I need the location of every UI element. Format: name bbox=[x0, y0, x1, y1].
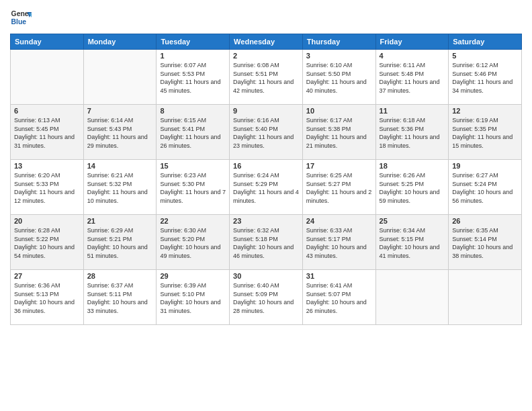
day-number: 14 bbox=[87, 162, 153, 170]
calendar-cell bbox=[375, 270, 449, 325]
day-info: Sunrise: 6:21 AMSunset: 5:32 PMDaylight:… bbox=[87, 171, 153, 205]
calendar-cell bbox=[83, 50, 157, 105]
calendar-cell: 5Sunrise: 6:12 AMSunset: 5:46 PMDaylight… bbox=[449, 50, 522, 105]
day-info: Sunrise: 6:15 AMSunset: 5:41 PMDaylight:… bbox=[160, 116, 226, 150]
calendar-header: SundayMondayTuesdayWednesdayThursdayFrid… bbox=[11, 34, 522, 50]
day-number: 29 bbox=[160, 272, 226, 280]
calendar-cell: 9Sunrise: 6:16 AMSunset: 5:40 PMDaylight… bbox=[230, 105, 303, 160]
day-info: Sunrise: 6:26 AMSunset: 5:25 PMDaylight:… bbox=[380, 171, 445, 205]
calendar-week-4: 20Sunrise: 6:28 AMSunset: 5:22 PMDayligh… bbox=[11, 215, 522, 270]
calendar-cell: 28Sunrise: 6:37 AMSunset: 5:11 PMDayligh… bbox=[83, 270, 157, 325]
day-info: Sunrise: 6:19 AMSunset: 5:35 PMDaylight:… bbox=[452, 116, 518, 150]
day-info: Sunrise: 6:10 AMSunset: 5:50 PMDaylight:… bbox=[306, 61, 372, 95]
calendar-cell: 6Sunrise: 6:13 AMSunset: 5:45 PMDaylight… bbox=[11, 105, 84, 160]
day-number: 9 bbox=[233, 107, 299, 115]
day-number: 2 bbox=[233, 52, 299, 60]
day-info: Sunrise: 6:16 AMSunset: 5:40 PMDaylight:… bbox=[233, 116, 299, 150]
calendar-body: 1Sunrise: 6:07 AMSunset: 5:53 PMDaylight… bbox=[11, 50, 522, 325]
weekday-header-tuesday: Tuesday bbox=[157, 34, 230, 50]
calendar-cell: 13Sunrise: 6:20 AMSunset: 5:33 PMDayligh… bbox=[11, 160, 84, 215]
day-info: Sunrise: 6:25 AMSunset: 5:27 PMDaylight:… bbox=[306, 171, 372, 205]
calendar-cell: 16Sunrise: 6:24 AMSunset: 5:29 PMDayligh… bbox=[230, 160, 303, 215]
day-info: Sunrise: 6:34 AMSunset: 5:15 PMDaylight:… bbox=[380, 226, 445, 260]
day-number: 11 bbox=[380, 107, 445, 115]
day-number: 7 bbox=[87, 107, 153, 115]
weekday-header-monday: Monday bbox=[83, 34, 157, 50]
day-info: Sunrise: 6:41 AMSunset: 5:07 PMDaylight:… bbox=[306, 281, 372, 315]
day-info: Sunrise: 6:17 AMSunset: 5:38 PMDaylight:… bbox=[306, 116, 372, 150]
day-number: 21 bbox=[87, 217, 153, 225]
day-info: Sunrise: 6:07 AMSunset: 5:53 PMDaylight:… bbox=[160, 61, 226, 95]
svg-text:Blue: Blue bbox=[11, 18, 27, 26]
day-info: Sunrise: 6:37 AMSunset: 5:11 PMDaylight:… bbox=[87, 281, 153, 315]
day-info: Sunrise: 6:11 AMSunset: 5:48 PMDaylight:… bbox=[380, 61, 445, 95]
header: General Blue bbox=[10, 7, 522, 28]
day-number: 8 bbox=[160, 107, 226, 115]
day-info: Sunrise: 6:30 AMSunset: 5:20 PMDaylight:… bbox=[160, 226, 226, 260]
calendar-cell: 17Sunrise: 6:25 AMSunset: 5:27 PMDayligh… bbox=[302, 160, 375, 215]
calendar-cell: 3Sunrise: 6:10 AMSunset: 5:50 PMDaylight… bbox=[302, 50, 375, 105]
page-container: General Blue SundayMondayTuesdayWednesda… bbox=[0, 0, 532, 411]
calendar-cell bbox=[449, 270, 522, 325]
day-number: 19 bbox=[452, 162, 518, 170]
day-number: 16 bbox=[233, 162, 299, 170]
day-info: Sunrise: 6:23 AMSunset: 5:30 PMDaylight:… bbox=[160, 171, 226, 205]
calendar-cell: 30Sunrise: 6:40 AMSunset: 5:09 PMDayligh… bbox=[230, 270, 303, 325]
weekday-header-row: SundayMondayTuesdayWednesdayThursdayFrid… bbox=[11, 34, 522, 50]
weekday-header-sunday: Sunday bbox=[11, 34, 84, 50]
day-number: 20 bbox=[14, 217, 80, 225]
calendar-cell: 7Sunrise: 6:14 AMSunset: 5:43 PMDaylight… bbox=[83, 105, 157, 160]
calendar-cell: 4Sunrise: 6:11 AMSunset: 5:48 PMDaylight… bbox=[375, 50, 449, 105]
day-info: Sunrise: 6:40 AMSunset: 5:09 PMDaylight:… bbox=[233, 281, 299, 315]
day-number: 4 bbox=[380, 52, 445, 60]
calendar-cell: 1Sunrise: 6:07 AMSunset: 5:53 PMDaylight… bbox=[157, 50, 230, 105]
day-info: Sunrise: 6:29 AMSunset: 5:21 PMDaylight:… bbox=[87, 226, 153, 260]
calendar-cell: 29Sunrise: 6:39 AMSunset: 5:10 PMDayligh… bbox=[157, 270, 230, 325]
day-number: 28 bbox=[87, 272, 153, 280]
calendar-cell: 25Sunrise: 6:34 AMSunset: 5:15 PMDayligh… bbox=[375, 215, 449, 270]
day-number: 15 bbox=[160, 162, 226, 170]
day-info: Sunrise: 6:12 AMSunset: 5:46 PMDaylight:… bbox=[452, 61, 518, 95]
day-info: Sunrise: 6:14 AMSunset: 5:43 PMDaylight:… bbox=[87, 116, 153, 150]
calendar-cell: 8Sunrise: 6:15 AMSunset: 5:41 PMDaylight… bbox=[157, 105, 230, 160]
day-number: 5 bbox=[452, 52, 518, 60]
day-info: Sunrise: 6:08 AMSunset: 5:51 PMDaylight:… bbox=[233, 61, 299, 95]
day-info: Sunrise: 6:35 AMSunset: 5:14 PMDaylight:… bbox=[452, 226, 518, 260]
calendar-week-5: 27Sunrise: 6:36 AMSunset: 5:13 PMDayligh… bbox=[11, 270, 522, 325]
weekday-header-thursday: Thursday bbox=[302, 34, 375, 50]
calendar-cell bbox=[11, 50, 84, 105]
day-number: 22 bbox=[160, 217, 226, 225]
day-number: 25 bbox=[380, 217, 445, 225]
day-info: Sunrise: 6:36 AMSunset: 5:13 PMDaylight:… bbox=[14, 281, 80, 315]
weekday-header-saturday: Saturday bbox=[449, 34, 522, 50]
day-number: 10 bbox=[306, 107, 372, 115]
day-number: 17 bbox=[306, 162, 372, 170]
day-number: 1 bbox=[160, 52, 226, 60]
day-number: 26 bbox=[452, 217, 518, 225]
day-number: 27 bbox=[14, 272, 80, 280]
day-number: 31 bbox=[306, 272, 372, 280]
day-number: 18 bbox=[380, 162, 445, 170]
day-info: Sunrise: 6:18 AMSunset: 5:36 PMDaylight:… bbox=[380, 116, 445, 150]
calendar-cell: 14Sunrise: 6:21 AMSunset: 5:32 PMDayligh… bbox=[83, 160, 157, 215]
calendar-cell: 18Sunrise: 6:26 AMSunset: 5:25 PMDayligh… bbox=[375, 160, 449, 215]
calendar-cell: 22Sunrise: 6:30 AMSunset: 5:20 PMDayligh… bbox=[157, 215, 230, 270]
calendar-cell: 23Sunrise: 6:32 AMSunset: 5:18 PMDayligh… bbox=[230, 215, 303, 270]
calendar-cell: 21Sunrise: 6:29 AMSunset: 5:21 PMDayligh… bbox=[83, 215, 157, 270]
weekday-header-friday: Friday bbox=[375, 34, 449, 50]
calendar-cell: 19Sunrise: 6:27 AMSunset: 5:24 PMDayligh… bbox=[449, 160, 522, 215]
day-info: Sunrise: 6:20 AMSunset: 5:33 PMDaylight:… bbox=[14, 171, 80, 205]
logo-icon: General Blue bbox=[10, 7, 32, 28]
day-info: Sunrise: 6:32 AMSunset: 5:18 PMDaylight:… bbox=[233, 226, 299, 260]
calendar-cell: 20Sunrise: 6:28 AMSunset: 5:22 PMDayligh… bbox=[11, 215, 84, 270]
calendar-cell: 11Sunrise: 6:18 AMSunset: 5:36 PMDayligh… bbox=[375, 105, 449, 160]
day-number: 30 bbox=[233, 272, 299, 280]
calendar-cell: 15Sunrise: 6:23 AMSunset: 5:30 PMDayligh… bbox=[157, 160, 230, 215]
day-info: Sunrise: 6:33 AMSunset: 5:17 PMDaylight:… bbox=[306, 226, 372, 260]
weekday-header-wednesday: Wednesday bbox=[230, 34, 303, 50]
day-info: Sunrise: 6:28 AMSunset: 5:22 PMDaylight:… bbox=[14, 226, 80, 260]
day-info: Sunrise: 6:13 AMSunset: 5:45 PMDaylight:… bbox=[14, 116, 80, 150]
calendar-cell: 31Sunrise: 6:41 AMSunset: 5:07 PMDayligh… bbox=[302, 270, 375, 325]
day-number: 3 bbox=[306, 52, 372, 60]
calendar-cell: 24Sunrise: 6:33 AMSunset: 5:17 PMDayligh… bbox=[302, 215, 375, 270]
